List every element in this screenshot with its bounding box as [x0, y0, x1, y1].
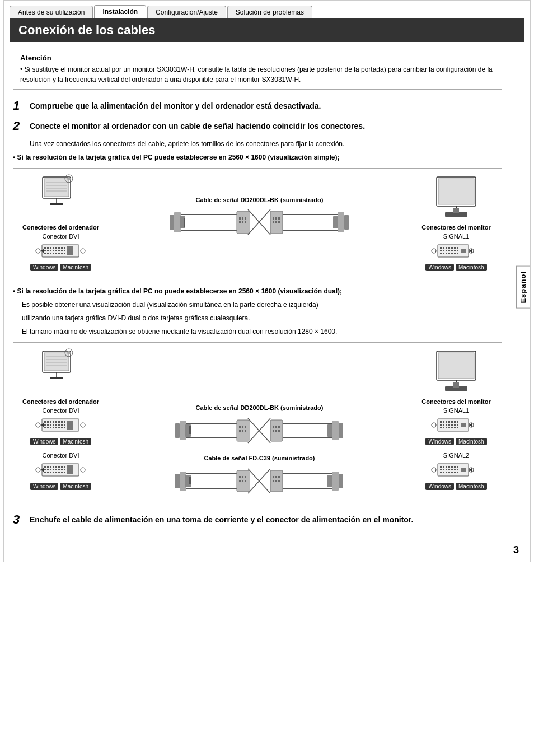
svg-rect-161: [61, 472, 63, 473]
svg-rect-138: [44, 466, 46, 468]
diagram2-cable-label2: Cable de señal FD-C39 (suministrado): [204, 455, 315, 461]
svg-rect-18: [61, 247, 63, 249]
svg-rect-25: [55, 250, 57, 251]
svg-point-10: [36, 249, 40, 253]
svg-rect-100: [50, 377, 63, 379]
step2-number: 2: [13, 119, 25, 133]
svg-rect-112: [53, 421, 54, 423]
step2-subtext: Una vez conectados los conectores del ca…: [30, 139, 502, 149]
windows-badge-right-1: Windows: [425, 264, 454, 271]
svg-rect-230: [451, 421, 453, 423]
svg-rect-262: [448, 469, 450, 470]
svg-rect-20: [67, 246, 73, 255]
svg-rect-223: [453, 382, 459, 388]
diagram2-left-title: Conectores del ordenador: [22, 398, 99, 405]
svg-rect-128: [50, 427, 51, 428]
svg-rect-91: [451, 253, 453, 254]
svg-rect-50: [338, 212, 344, 232]
svg-rect-153: [61, 469, 63, 470]
diagram1-cable-label: Cable de señal DD200DL-BK (suministrado): [195, 197, 323, 203]
svg-rect-182: [245, 426, 246, 428]
svg-rect-162: [64, 472, 65, 473]
svg-point-71: [432, 249, 436, 253]
svg-rect-85: [454, 250, 456, 251]
svg-rect-123: [58, 424, 60, 426]
dvi-connector-right-2a: [431, 416, 481, 434]
attention-box: Atención • Si sustituye el monitor actua…: [13, 49, 502, 90]
svg-rect-189: [273, 430, 274, 432]
svg-rect-252: [440, 466, 442, 468]
svg-rect-149: [50, 469, 51, 470]
svg-rect-93: [457, 253, 458, 254]
svg-rect-273: [461, 468, 466, 472]
svg-rect-264: [454, 469, 456, 470]
svg-rect-129: [53, 427, 54, 428]
diagram2-os-badges-left2: Windows Macintosh: [30, 483, 91, 490]
svg-rect-209: [245, 476, 246, 478]
svg-rect-44: [184, 218, 185, 227]
svg-rect-256: [451, 466, 453, 468]
tab-solucion[interactable]: Solución de problemas: [227, 6, 312, 18]
svg-rect-229: [448, 421, 450, 423]
svg-rect-1: [44, 179, 69, 197]
svg-rect-269: [448, 472, 450, 473]
svg-rect-159: [55, 472, 57, 473]
svg-rect-253: [443, 466, 444, 468]
svg-rect-232: [457, 421, 458, 423]
diagram2-bullet: • Si la resolución de la tarjeta gráfica…: [13, 286, 502, 296]
svg-rect-208: [242, 476, 243, 478]
svg-rect-254: [446, 466, 447, 468]
dvi-connector-right-2b: [431, 461, 481, 479]
svg-rect-141: [53, 466, 54, 468]
svg-rect-165: [175, 423, 180, 438]
diagram2-sub3: El tamaño máximo de visualización se obt…: [22, 326, 502, 337]
svg-rect-87: [440, 253, 442, 254]
svg-point-163: [81, 468, 85, 472]
svg-rect-271: [454, 472, 456, 473]
tab-antes[interactable]: Antes de su utilización: [10, 6, 93, 18]
svg-rect-81: [443, 250, 444, 251]
svg-rect-92: [454, 253, 456, 254]
svg-rect-3: [50, 203, 63, 205]
svg-rect-34: [58, 253, 60, 254]
svg-rect-243: [448, 427, 450, 428]
diagram2-left-label1: Conector DVI: [42, 407, 79, 414]
tab-instalacion[interactable]: Instalación: [94, 5, 146, 18]
svg-rect-56: [245, 217, 246, 220]
diagram1-left-title: Conectores del ordenador: [22, 224, 99, 231]
cable-diagram-1: [170, 207, 349, 237]
svg-rect-86: [457, 250, 458, 251]
svg-point-106: [67, 351, 71, 354]
svg-rect-213: [273, 476, 274, 478]
svg-rect-23: [50, 250, 51, 251]
svg-rect-120: [50, 424, 51, 426]
svg-rect-170: [189, 426, 191, 434]
espanol-label: Español: [516, 266, 530, 309]
svg-rect-260: [443, 469, 444, 470]
svg-rect-185: [245, 430, 246, 432]
svg-rect-192: [175, 474, 180, 488]
diagram2-cable-label1: Cable de señal DD200DL-BK (suministrado): [195, 404, 323, 411]
svg-rect-113: [55, 421, 57, 423]
svg-rect-158: [53, 472, 54, 473]
svg-rect-247: [461, 423, 466, 427]
svg-rect-214: [275, 476, 277, 478]
svg-rect-207: [239, 476, 241, 478]
svg-rect-111: [50, 421, 51, 423]
step3: 3 Enchufe el cable de alimentación en un…: [13, 512, 502, 549]
dvi-connector-left-2a: [35, 416, 86, 434]
svg-point-9: [67, 177, 71, 180]
svg-rect-176: [332, 421, 339, 440]
svg-rect-270: [451, 472, 453, 473]
svg-rect-78: [454, 247, 456, 249]
diagram2-os-badges-right1: Windows Macintosh: [425, 438, 486, 445]
svg-rect-35: [61, 253, 63, 254]
tab-configuracion[interactable]: Configuración/Ajuste: [147, 6, 226, 18]
svg-rect-263: [451, 469, 453, 470]
svg-rect-160: [58, 472, 60, 473]
dvi-connector-left-2b: [35, 461, 86, 479]
svg-rect-30: [47, 253, 49, 254]
diagram2-right-label1: SIGNAL1: [443, 407, 469, 414]
svg-rect-70: [453, 208, 459, 213]
step3-number: 3: [13, 512, 25, 527]
